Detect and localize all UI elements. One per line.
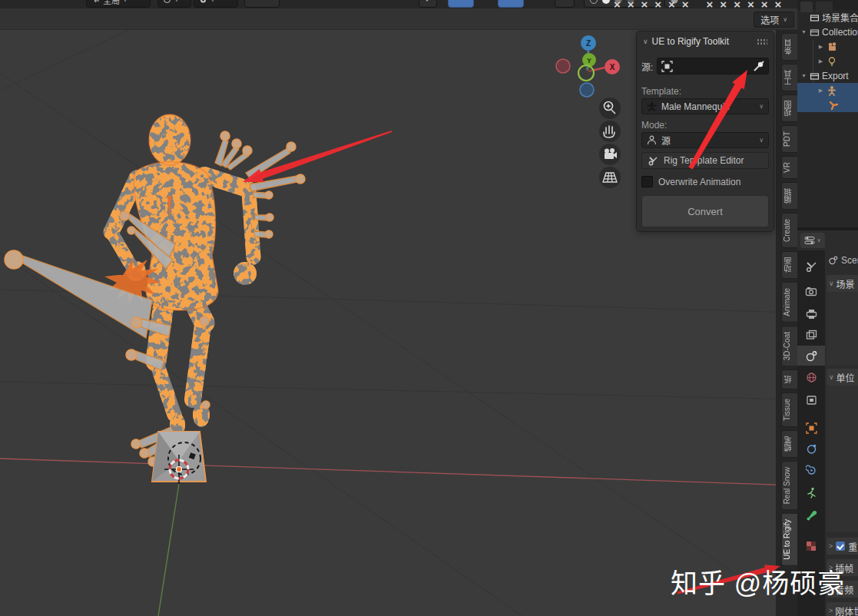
scene-icon bbox=[805, 350, 817, 362]
texture-properties-tab[interactable] bbox=[797, 536, 825, 556]
outliner-row-light[interactable]: ▶ bbox=[797, 54, 858, 68]
chevron-down-icon: ∨ bbox=[817, 237, 820, 243]
physics-properties-tab[interactable] bbox=[797, 439, 825, 459]
tool-properties-tab[interactable] bbox=[797, 257, 825, 277]
outliner-row-scene-collection[interactable]: 场景集合 bbox=[797, 10, 858, 25]
y-axis-line bbox=[158, 484, 179, 616]
convert-button[interactable]: Convert bbox=[641, 195, 769, 227]
expand-icon[interactable]: ▼ bbox=[800, 29, 807, 35]
gizmo-neg-x-ball bbox=[556, 59, 570, 73]
collapse-chevron-icon: ∨ bbox=[643, 38, 648, 45]
particles-properties-tab[interactable] bbox=[797, 482, 825, 502]
tab-animate[interactable]: Animate bbox=[781, 282, 797, 323]
render-properties-tab[interactable] bbox=[797, 281, 825, 301]
tab-tissue[interactable]: Tissue bbox=[781, 392, 797, 427]
outliner-row-armature-selected[interactable]: ▶ bbox=[797, 83, 858, 98]
sidebar-tab-strip: 条目 工具 视图 PDT VR 编辑 Create 动画 Animate 3D-… bbox=[776, 29, 797, 616]
output-properties-tab[interactable] bbox=[797, 304, 825, 324]
data-properties-tab[interactable] bbox=[797, 505, 825, 525]
checker-icon bbox=[806, 541, 817, 551]
pan-button[interactable] bbox=[599, 121, 621, 142]
watermark: 知乎 @杨硕豪 bbox=[671, 561, 845, 601]
convert-label: Convert bbox=[687, 206, 723, 217]
template-dropdown[interactable]: Male Mannequin ∨ bbox=[641, 98, 769, 114]
outliner: 场景集合 ▼ Collection ▶ ▶ ▼ Export ▶ bbox=[797, 0, 858, 227]
units-panel-header[interactable]: ∨ 单位 bbox=[827, 369, 858, 386]
tab-create[interactable]: Create bbox=[781, 213, 797, 248]
physics-circle-icon bbox=[806, 443, 817, 455]
tab-paper[interactable]: 纸 bbox=[781, 369, 797, 389]
collection-icon bbox=[810, 27, 820, 37]
outliner-row-export-collection[interactable]: ▼ Export bbox=[797, 68, 858, 83]
panel-title: UE to Rigify Toolkit bbox=[652, 36, 729, 47]
tab-edit[interactable]: 编辑 bbox=[781, 182, 797, 210]
tool-settings-bar: 选项 ∨ bbox=[0, 8, 797, 30]
tab-animation[interactable]: 动画 bbox=[781, 251, 797, 279]
zoom-button[interactable] bbox=[599, 98, 621, 119]
tab-vr[interactable]: VR bbox=[781, 156, 797, 179]
constraints-properties-tab[interactable] bbox=[797, 460, 825, 480]
collection-icon bbox=[810, 71, 820, 81]
tab-crayon[interactable]: 蜡笔 bbox=[781, 430, 797, 458]
tab-pdt[interactable]: PDT bbox=[781, 125, 797, 153]
overwrite-animation-checkbox[interactable] bbox=[641, 176, 653, 187]
gravity-checkbox[interactable] bbox=[836, 541, 845, 551]
expand-icon[interactable]: ▶ bbox=[817, 88, 824, 94]
template-label: Template: bbox=[641, 86, 681, 97]
expand-icon[interactable]: ▶ bbox=[817, 44, 824, 50]
tab-real-snow[interactable]: Real Snow bbox=[781, 461, 797, 510]
gravity-panel-header[interactable]: > 重力 bbox=[827, 538, 858, 555]
show-gizmo-toggle[interactable] bbox=[448, 0, 474, 8]
tab-3d-coat[interactable]: 3D-Coat bbox=[781, 326, 797, 366]
camera-view-button[interactable] bbox=[599, 144, 621, 165]
tab-item[interactable]: 条目 bbox=[781, 33, 797, 61]
render-camera-icon bbox=[805, 286, 817, 296]
scene-properties-tab[interactable] bbox=[797, 346, 825, 366]
tab-view[interactable]: 视图 bbox=[781, 94, 797, 122]
editor-type-button[interactable]: ∨ bbox=[800, 233, 825, 248]
running-figure-icon bbox=[806, 487, 817, 498]
expand-icon[interactable]: ▶ bbox=[817, 58, 824, 65]
breadcrumb: Scene bbox=[828, 255, 858, 266]
outliner-row-armature-child-selected[interactable] bbox=[797, 98, 858, 112]
gizmo-y-label: Y bbox=[587, 57, 591, 65]
bone-icon bbox=[806, 510, 817, 522]
transform-pivot-buttons[interactable] bbox=[244, 0, 280, 8]
ue-to-rigify-panel: ∨ UE to Rigify Toolkit 源: Template: M bbox=[636, 31, 774, 232]
panel-header[interactable]: ∨ UE to Rigify Toolkit bbox=[637, 31, 774, 50]
proportional-edit-dropdown[interactable]: ∨ bbox=[157, 0, 191, 8]
outliner-row-camera[interactable]: ▶ bbox=[797, 39, 858, 54]
show-overlays-toggle[interactable] bbox=[498, 0, 524, 8]
eyedropper-icon[interactable] bbox=[753, 61, 764, 72]
object-properties-tab[interactable] bbox=[797, 418, 825, 438]
rigidbody-panel-header[interactable]: > 刚体世界 bbox=[827, 602, 858, 616]
collection-properties-tab[interactable] bbox=[797, 390, 825, 410]
mode-label: Mode: bbox=[641, 120, 667, 131]
options-button[interactable]: 选项 ∨ bbox=[754, 12, 794, 28]
header-dropdown-arrow[interactable]: ▼ bbox=[419, 0, 437, 8]
tab-ue-to-rigify[interactable]: UE to Rigify bbox=[781, 513, 797, 566]
xray-toggle[interactable] bbox=[555, 0, 575, 8]
tool-icon bbox=[806, 261, 817, 273]
chevron-down-icon: ∨ bbox=[759, 137, 764, 144]
source-object-field[interactable] bbox=[657, 58, 769, 75]
perspective-toggle-button[interactable] bbox=[599, 167, 621, 188]
chevron-down-icon: ∨ bbox=[174, 0, 179, 3]
chevron-down-icon: ∨ bbox=[783, 16, 787, 23]
world-properties-tab[interactable] bbox=[797, 367, 825, 387]
tab-tool[interactable]: 工具 bbox=[781, 64, 797, 91]
view-layer-properties-tab[interactable] bbox=[797, 325, 825, 345]
chevron-down-icon: ∨ bbox=[829, 373, 834, 381]
snap-dropdown[interactable]: ∨ bbox=[194, 0, 238, 8]
images-icon bbox=[806, 330, 817, 340]
chevron-right-icon: > bbox=[829, 607, 833, 614]
outliner-row-collection[interactable]: ▼ Collection bbox=[797, 25, 858, 39]
drag-grip-icon[interactable] bbox=[757, 38, 767, 45]
transform-orientation-dropdown[interactable]: 全局 ∨ bbox=[86, 0, 151, 8]
mode-dropdown[interactable]: 源 ∨ bbox=[641, 132, 769, 148]
breadcrumb-label: Scene bbox=[841, 255, 858, 266]
rig-template-editor-button[interactable]: Rig Template Editor bbox=[641, 152, 769, 169]
expand-icon[interactable]: ▼ bbox=[800, 73, 807, 78]
navigation-gizmo[interactable]: Z Y X bbox=[556, 35, 620, 97]
scene-panel-header[interactable]: ∨ 场景 bbox=[827, 275, 858, 292]
